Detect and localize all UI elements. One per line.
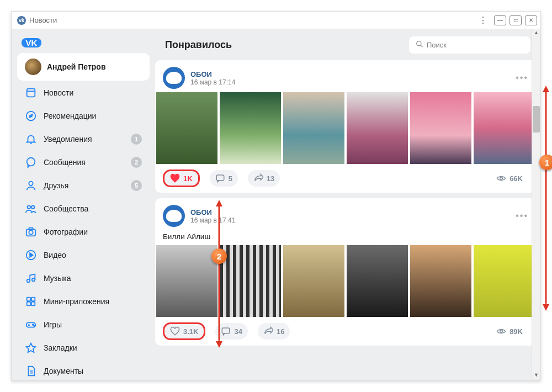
post-more-icon[interactable]: •••	[516, 211, 528, 221]
post-avatar[interactable]	[163, 67, 185, 89]
sidebar-item-notifications[interactable]: Уведомления 1	[17, 128, 150, 150]
post-author[interactable]: ОБОИ	[190, 208, 235, 216]
eye-icon	[496, 173, 506, 183]
sidebar-item-music[interactable]: Музыка	[17, 267, 150, 289]
like-count: 3.1K	[183, 327, 198, 336]
compass-icon	[25, 110, 37, 122]
post-meta: ОБОИ 16 мар в 17:14	[190, 70, 235, 86]
sidebar-item-games[interactable]: Игры	[17, 314, 150, 336]
post-actions: 1K 5 13 66K	[155, 164, 536, 193]
sidebar-item-label: Рекомендации	[44, 112, 142, 120]
sidebar-item-communities[interactable]: Сообщества	[17, 198, 150, 220]
svg-point-5	[27, 158, 35, 166]
svg-marker-36	[543, 304, 549, 311]
sidebar-item-label: Закладки	[44, 343, 142, 352]
avatar	[25, 59, 41, 75]
sidebar-item-documents[interactable]: Документы	[17, 360, 150, 380]
svg-point-10	[29, 230, 33, 234]
gallery-thumb[interactable]	[410, 92, 471, 164]
post: ОБОИ 16 мар в 17:41 ••• Билли Айлиш	[155, 198, 536, 346]
page-title: Понравилось	[165, 39, 232, 51]
gallery-thumb[interactable]	[347, 92, 408, 164]
share-count: 13	[267, 174, 274, 183]
sidebar-item-label: Фотографии	[44, 227, 142, 236]
gallery-thumb[interactable]	[474, 245, 535, 317]
main-area: Понравилось Поиск ОБОИ 16 мар в 17:14	[155, 29, 540, 380]
share-button[interactable]: 13	[248, 170, 280, 187]
svg-rect-16	[27, 298, 30, 301]
sidebar-item-label: Новости	[44, 88, 142, 97]
post-text: Билли Айлиш	[155, 230, 536, 245]
topbar: Понравилось Поиск	[155, 29, 540, 60]
heart-icon	[170, 326, 180, 336]
svg-marker-25	[26, 343, 36, 353]
sidebar-item-miniapps[interactable]: Мини-приложения	[17, 290, 150, 312]
scroll-up-icon[interactable]: ▲	[533, 29, 540, 36]
views-count: 89K	[509, 327, 523, 336]
sidebar-item-label: Друзья	[44, 181, 124, 190]
vk-logo-icon[interactable]: VK	[22, 38, 41, 47]
sidebar-item-recommendations[interactable]: Рекомендации	[17, 105, 150, 127]
share-count: 16	[277, 327, 284, 336]
profile-card[interactable]: Андрей Петров	[17, 53, 150, 81]
vk-favicon-icon: vk	[17, 16, 26, 25]
play-circle-icon	[25, 249, 37, 261]
svg-point-31	[500, 177, 503, 180]
gallery-thumb[interactable]	[156, 245, 217, 317]
gallery-thumb[interactable]	[347, 245, 408, 317]
views-count: 66K	[509, 174, 523, 183]
share-icon	[263, 326, 273, 336]
sidebar-item-video[interactable]: Видео	[17, 244, 150, 266]
scroll-down-icon[interactable]: ▼	[533, 371, 540, 379]
sidebar-item-photos[interactable]: Фотографии	[17, 221, 150, 243]
annotation-marker: 1	[539, 155, 552, 170]
post-actions: 3.1K 34 16 89K	[155, 317, 536, 346]
window-title: Новости	[29, 16, 57, 24]
bell-icon	[25, 133, 37, 145]
sidebar: VK Андрей Петров Новости Рекомендации Ув…	[12, 29, 155, 380]
profile-name: Андрей Петров	[47, 62, 106, 71]
gallery-thumb[interactable]	[474, 92, 535, 164]
app-body: VK Андрей Петров Новости Рекомендации Ув…	[12, 29, 540, 380]
sidebar-item-messages[interactable]: Сообщения 2	[17, 151, 150, 173]
svg-rect-0	[27, 89, 35, 97]
svg-point-28	[417, 41, 421, 45]
comment-button[interactable]: 5	[210, 170, 238, 187]
search-input[interactable]: Поиск	[409, 36, 530, 54]
gallery-thumb[interactable]	[220, 92, 281, 164]
sidebar-item-friends[interactable]: Друзья 5	[17, 174, 150, 197]
post-author[interactable]: ОБОИ	[190, 70, 235, 78]
share-button[interactable]: 16	[258, 323, 290, 340]
titlebar-left: vk Новости	[17, 16, 57, 25]
svg-rect-17	[31, 298, 35, 301]
gallery-thumb[interactable]	[283, 92, 344, 164]
more-vertical-icon[interactable]: ⋮	[475, 15, 491, 25]
gallery-thumb[interactable]	[156, 92, 217, 164]
sidebar-item-bookmarks[interactable]: Закладки	[17, 337, 150, 359]
post-more-icon[interactable]: •••	[516, 73, 528, 83]
gallery-thumb[interactable]	[220, 245, 281, 317]
svg-marker-35	[543, 86, 549, 92]
annotation-arrow	[541, 86, 551, 312]
maximize-button[interactable]: ▭	[509, 15, 522, 25]
titlebar-right: ⋮ — ▭ ✕	[475, 15, 537, 25]
music-icon	[25, 272, 37, 284]
close-button[interactable]: ✕	[525, 15, 537, 25]
svg-line-29	[421, 45, 423, 47]
gallery-thumb[interactable]	[410, 245, 471, 317]
gallery-thumb[interactable]	[283, 245, 344, 317]
post-avatar[interactable]	[163, 205, 185, 227]
svg-point-24	[34, 325, 35, 326]
sidebar-item-news[interactable]: Новости	[17, 82, 150, 104]
minimize-button[interactable]: —	[494, 15, 506, 25]
scrollbar[interactable]: ▲ ▼	[532, 29, 540, 379]
scroll-thumb[interactable]	[533, 106, 540, 133]
users-icon	[25, 203, 37, 215]
star-icon	[25, 342, 37, 354]
like-button[interactable]: 1K	[163, 169, 200, 187]
like-button[interactable]: 3.1K	[163, 322, 205, 340]
post-meta: ОБОИ 16 мар в 17:41	[190, 208, 235, 224]
heart-icon	[170, 173, 180, 183]
feed[interactable]: ОБОИ 16 мар в 17:14 •••	[155, 60, 540, 380]
window-titlebar: vk Новости ⋮ — ▭ ✕	[12, 12, 540, 29]
